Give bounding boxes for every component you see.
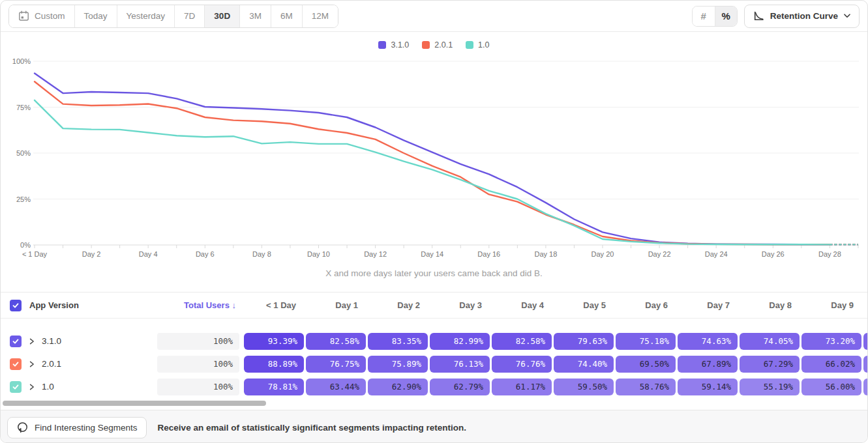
retention-cell-3.1.0-day2[interactable]: 83.35% [368,333,428,350]
retention-cell-wrap: 75.89% [366,356,428,373]
row-checkbox-cell [1,336,29,347]
retention-cell-2.0.1-day9[interactable]: 66.02% [801,356,861,373]
retention-cell-3.1.0-day9[interactable]: 73.20% [801,333,861,350]
legend-item-3.1.0[interactable]: 3.1.0 [378,40,409,50]
chevron-right-icon[interactable] [29,384,35,390]
x-axis-label: Day 2 [82,250,101,258]
toolbar: CustomTodayYesterday7D30D3M6M12M # % Ret… [1,1,867,32]
x-axis-label: Day 10 [307,250,330,258]
retention-cell-3.1.0-day4[interactable]: 82.58% [492,333,552,350]
date-range-6m[interactable]: 6M [271,5,303,27]
retention-cell-3.1.0-day1[interactable]: 82.58% [306,333,366,350]
count-mode-button[interactable]: # [693,7,715,26]
retention-cell-3.1.0-day8[interactable]: 74.05% [740,333,800,350]
find-interesting-segments-button[interactable]: Find Interesting Segments [7,417,147,438]
retention-cell-partial[interactable] [863,356,868,373]
date-range-label: 12M [312,11,329,21]
retention-cell-2.0.1-day8[interactable]: 67.29% [740,356,800,373]
retention-cell-2.0.1-day1[interactable]: 76.75% [306,356,366,373]
retention-cell-wrap: 76.13% [428,356,490,373]
total-users-value[interactable]: 100% [157,356,239,373]
retention-cell-3.1.0-day0[interactable]: 93.39% [244,333,304,350]
toolbar-right: # % Retention Curve [692,5,860,28]
column-header-day-3[interactable]: Day 3 [428,300,490,310]
retention-cell-wrap: 67.89% [676,356,738,373]
retention-cell-partial[interactable] [863,333,868,350]
legend-label: 1.0 [478,40,489,50]
date-range-30d[interactable]: 30D [205,5,240,27]
retention-cell-1.0-day1[interactable]: 63.44% [306,379,366,395]
select-all-checkbox[interactable] [10,300,22,311]
retention-cell-wrap: 66.02% [800,356,861,373]
chevron-right-icon[interactable] [29,361,35,367]
retention-cell-3.1.0-day3[interactable]: 82.99% [430,333,490,350]
column-header-total-users[interactable]: Total Users ↓ [157,300,242,310]
column-header-app-version[interactable]: App Version [29,300,157,310]
row-checkbox-1.0[interactable] [10,381,22,393]
column-header-day-5[interactable]: Day 5 [552,300,614,310]
value-mode-control: # % [692,6,738,27]
retention-cell-1.0-day6[interactable]: 58.76% [616,379,676,395]
retention-cell-3.1.0-day7[interactable]: 74.63% [678,333,738,350]
view-selector-dropdown[interactable]: Retention Curve [744,5,860,28]
app-version-label: 2.0.1 [42,359,61,369]
retention-cell-1.0-day7[interactable]: 59.14% [678,379,738,395]
row-checkbox-3.1.0[interactable] [10,336,22,347]
retention-cell-2.0.1-day2[interactable]: 75.89% [368,356,428,373]
retention-cell-3.1.0-day5[interactable]: 79.63% [554,333,614,350]
footer-message: Receive an email of statistically signif… [158,423,466,433]
series-line-1.0[interactable] [35,100,830,245]
retention-cell-1.0-day2[interactable]: 62.90% [368,379,428,395]
row-checkbox-2.0.1[interactable] [10,358,22,370]
retention-cell-wrap: 58.76% [614,379,676,395]
legend-item-2.0.1[interactable]: 2.0.1 [422,40,453,50]
column-header-day-4[interactable]: Day 4 [490,300,552,310]
percent-mode-button[interactable]: % [715,7,737,26]
series-line-2.0.1[interactable] [35,81,830,244]
retention-cell-2.0.1-day3[interactable]: 76.13% [430,356,490,373]
retention-cell-wrap: 76.75% [304,356,366,373]
x-axis-label: Day 24 [705,250,728,258]
horizontal-scrollbar-thumb[interactable] [3,401,266,406]
retention-cell-1.0-day0[interactable]: 78.81% [244,379,304,395]
date-range-3m[interactable]: 3M [240,5,271,27]
legend-swatch-icon [422,41,430,49]
date-range-today[interactable]: Today [75,5,117,27]
retention-cell-1.0-day9[interactable]: 56.00% [801,379,861,395]
chevron-right-icon[interactable] [29,338,35,345]
date-range-yesterday[interactable]: Yesterday [117,5,175,27]
column-header--1-day[interactable]: < 1 Day [242,300,304,310]
total-users-value[interactable]: 100% [157,333,239,350]
retention-cell-1.0-day5[interactable]: 59.50% [554,379,614,395]
column-header-day-8[interactable]: Day 8 [738,300,800,310]
total-users-value[interactable]: 100% [157,379,239,395]
column-header-day-1[interactable]: Day 1 [304,300,366,310]
column-header-day-2[interactable]: Day 2 [366,300,428,310]
legend-item-1.0[interactable]: 1.0 [466,40,489,50]
table-body: 3.1.0100%93.39%82.58%83.35%82.99%82.58%7… [1,319,867,398]
series-line-3.1.0[interactable] [35,74,830,245]
date-range-7d[interactable]: 7D [175,5,205,27]
retention-cell-2.0.1-day7[interactable]: 67.89% [678,356,738,373]
retention-cell-partial[interactable] [863,379,868,395]
column-header-day-7[interactable]: Day 7 [676,300,738,310]
retention-cell-1.0-day4[interactable]: 61.17% [492,379,552,395]
x-axis-label: < 1 Day [22,250,48,258]
retention-cell-2.0.1-day4[interactable]: 76.76% [492,356,552,373]
retention-cell-1.0-day3[interactable]: 62.79% [430,379,490,395]
retention-cell-1.0-day8[interactable]: 55.19% [740,379,800,395]
date-range-label: 3M [249,11,262,21]
retention-cell-3.1.0-day6[interactable]: 75.18% [616,333,676,350]
total-users-cell: 100% [157,379,242,395]
date-range-custom[interactable]: Custom [9,5,75,27]
column-header-day-6[interactable]: Day 6 [614,300,676,310]
date-range-label: Yesterday [127,11,166,21]
date-range-12m[interactable]: 12M [303,5,338,27]
check-icon [12,360,20,368]
retention-cell-2.0.1-day5[interactable]: 74.40% [554,356,614,373]
x-axis-label: Day 6 [196,250,215,258]
column-header-day-9[interactable]: Day 9 [800,300,861,310]
retention-cell-2.0.1-day6[interactable]: 69.50% [616,356,676,373]
y-axis-label: 75% [16,104,31,111]
retention-cell-2.0.1-day0[interactable]: 88.89% [244,356,304,373]
